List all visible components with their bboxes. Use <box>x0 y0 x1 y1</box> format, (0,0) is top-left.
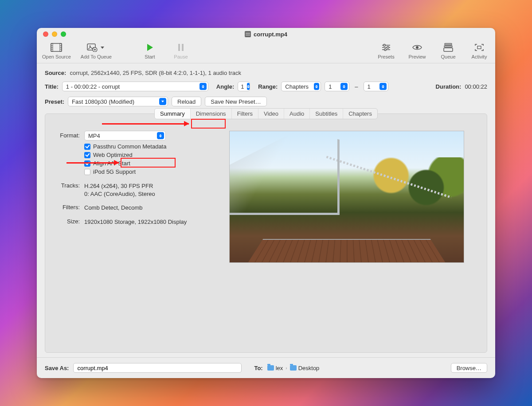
checkbox-web-optimized[interactable]: Web Optimized <box>84 152 204 158</box>
to-label: To: <box>254 365 262 371</box>
save-as-label: Save As: <box>45 365 69 371</box>
format-select[interactable]: MP4 <box>84 131 166 141</box>
preset-select[interactable]: Fast 1080p30 (Modified) <box>68 97 168 106</box>
sliders-icon <box>381 42 391 53</box>
svg-rect-25 <box>444 48 453 51</box>
svg-rect-26 <box>477 46 481 49</box>
window-close-button[interactable] <box>43 31 48 37</box>
svg-rect-23 <box>445 43 452 45</box>
svg-rect-15 <box>182 44 184 51</box>
tab-panel: Summary Dimensions Filters Video Audio S… <box>45 113 487 353</box>
range-dash: – <box>353 83 360 90</box>
size-label: Size: <box>53 218 80 226</box>
tracks-value: H.264 (x264), 30 FPS PFR 0: AAC (CoreAud… <box>84 182 204 198</box>
reload-button[interactable]: Reload <box>172 97 201 106</box>
folder-icon <box>290 365 297 371</box>
queue-button[interactable]: Queue <box>438 42 459 59</box>
film-icon <box>51 42 62 53</box>
chevron-right-icon: › <box>285 366 288 371</box>
viewfinder-icon <box>474 42 484 53</box>
chevron-down-icon[interactable] <box>98 42 106 53</box>
tracks-label: Tracks: <box>53 182 80 198</box>
tabbar: Summary Dimensions Filters Video Audio S… <box>154 108 378 119</box>
svg-point-10 <box>89 46 90 47</box>
destination-path[interactable]: lex › Desktop <box>267 365 320 371</box>
tab-dimensions[interactable]: Dimensions <box>191 109 232 119</box>
save-new-preset-button[interactable]: Save New Preset… <box>205 97 266 106</box>
tab-audio[interactable]: Audio <box>284 109 310 119</box>
footer: Save As: To: lex › Desktop Browse… <box>37 357 495 378</box>
checkmark-icon <box>84 152 90 158</box>
browse-button[interactable]: Browse… <box>451 363 487 373</box>
tab-filters[interactable]: Filters <box>232 109 258 119</box>
stack-icon <box>443 42 453 53</box>
svg-rect-14 <box>178 44 180 51</box>
svg-point-19 <box>383 44 385 46</box>
start-button[interactable]: Start <box>139 42 160 59</box>
preset-label: Preset: <box>45 98 64 105</box>
range-to-select[interactable]: 1 <box>364 82 388 91</box>
app-window: corrupt.mp4 Open Source Add To Queue <box>37 28 495 378</box>
document-icon <box>245 31 251 37</box>
svg-point-22 <box>416 46 419 49</box>
window-zoom-button[interactable] <box>61 31 66 37</box>
title-label: Title: <box>45 83 59 90</box>
window-minimize-button[interactable] <box>52 31 57 37</box>
tab-subtitles[interactable]: Subtitles <box>310 109 343 119</box>
tab-video[interactable]: Video <box>258 109 284 119</box>
play-icon <box>146 42 154 53</box>
checkmark-icon <box>84 160 90 167</box>
toolbar: Open Source Add To Queue Start Pa <box>37 40 495 63</box>
open-source-button[interactable]: Open Source <box>42 42 71 59</box>
pause-button: Pause <box>170 42 192 59</box>
window-title: corrupt.mp4 <box>254 31 287 38</box>
tab-chapters[interactable]: Chapters <box>343 109 377 119</box>
tab-summary[interactable]: Summary <box>155 109 191 119</box>
checkbox-empty-icon <box>84 169 90 175</box>
duration-value: 00:00:22 <box>465 83 487 90</box>
angle-label: Angle: <box>216 83 234 90</box>
add-to-queue-button[interactable]: Add To Queue <box>81 42 112 59</box>
folder-icon <box>267 365 274 371</box>
filters-label: Filters: <box>53 204 80 212</box>
format-label: Format: <box>53 131 80 139</box>
source-value: corrupt, 2562x1440, 25 FPS, SDR (8-bit 4… <box>70 70 241 76</box>
filters-value: Comb Detect, Decomb <box>84 204 204 212</box>
checkbox-align-av-start[interactable]: Align A/V Start <box>84 160 204 167</box>
activity-button[interactable]: Activity <box>469 42 490 59</box>
range-label: Range: <box>258 83 278 90</box>
preview-button[interactable]: Preview <box>407 42 428 59</box>
pause-icon <box>178 42 184 53</box>
svg-rect-24 <box>444 46 452 47</box>
size-value: 1920x1080 Storage, 1922x1080 Display <box>84 218 204 226</box>
image-add-icon <box>87 42 106 53</box>
titlebar: corrupt.mp4 <box>37 28 495 40</box>
title-select[interactable]: 1 - 00:00:22 - corrupt <box>62 82 208 91</box>
svg-point-20 <box>387 47 389 48</box>
checkbox-passthru-metadata[interactable]: Passthru Common Metadata <box>84 143 204 150</box>
checkbox-ipod-5g-support[interactable]: iPod 5G Support <box>84 168 204 175</box>
angle-select[interactable]: 1 <box>238 82 250 91</box>
video-preview-thumbnail <box>229 131 464 263</box>
source-label: Source: <box>45 70 66 76</box>
range-type-select[interactable]: Chapters <box>281 82 321 91</box>
checkmark-icon <box>84 144 90 150</box>
eye-icon <box>412 42 422 53</box>
duration-label: Duration: <box>436 83 462 90</box>
svg-point-21 <box>384 49 386 51</box>
presets-button[interactable]: Presets <box>376 42 397 59</box>
save-as-input[interactable] <box>73 363 242 373</box>
range-from-select[interactable]: 1 <box>325 82 349 91</box>
